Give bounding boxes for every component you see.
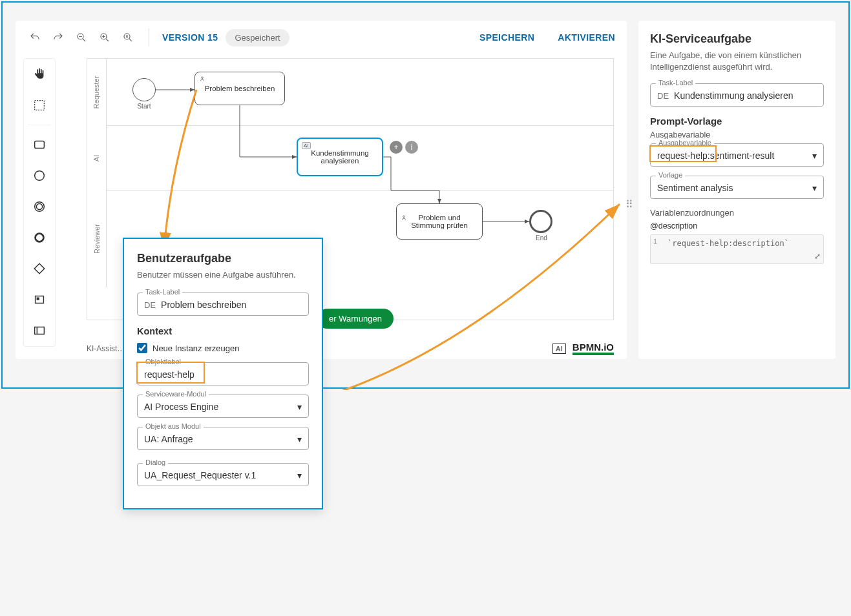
checkbox-label: Neue Instanz erzeugen [152, 344, 239, 353]
svg-rect-4 [35, 141, 45, 149]
zoom-in-icon[interactable] [97, 30, 112, 45]
right-properties-panel: KI-Serviceaufgabe Eine Aufgabe, die von … [638, 21, 835, 359]
data-object-icon[interactable] [28, 288, 51, 311]
add-element-button[interactable]: + [390, 141, 403, 154]
task-describe-problem[interactable]: Problem beschreiben [194, 72, 285, 105]
ai-task-icon: AI [302, 142, 311, 149]
start-event-icon[interactable] [28, 164, 51, 187]
end-event-label: End [525, 234, 558, 241]
task-label: Problem und Stimmung prüfen [411, 214, 468, 229]
panel-drag-handle[interactable]: ⠿ [625, 198, 633, 210]
mapping-code-box[interactable]: 1 `request-help:description` ⤢ [650, 234, 824, 264]
svg-rect-10 [36, 296, 44, 303]
variable-mappings-heading: Variablenzuordnungen [650, 208, 824, 218]
output-variable-value: request-help:sentiment-result [657, 150, 774, 161]
task-label: Problem beschreiben [205, 85, 275, 92]
shape-palette [23, 58, 56, 347]
svg-point-7 [36, 203, 42, 209]
undo-icon[interactable] [27, 30, 43, 45]
task-shape-icon[interactable] [28, 133, 51, 156]
object-label-value: request-help [144, 369, 194, 380]
svg-point-15 [403, 216, 405, 218]
participant-icon[interactable] [28, 319, 51, 342]
ai-badge-logo: AI [552, 344, 566, 354]
redo-icon[interactable] [50, 30, 66, 45]
output-variable-select[interactable]: Ausgabevariable request-help:sentiment-r… [650, 143, 824, 167]
chevron-down-icon: ▾ [812, 150, 817, 161]
user-task-icon [199, 76, 205, 83]
task-analyze-sentiment[interactable]: AI Kundenstimmung analysieren [297, 138, 383, 176]
palette-divider [28, 125, 51, 125]
bpmn-io-logo: BPMN.iO [573, 342, 614, 355]
field-legend: Objektlabel [143, 358, 184, 365]
lane-label-reviewer: Reviewer [93, 224, 101, 254]
ki-assist-link[interactable]: KI-Assist… [87, 344, 125, 353]
field-legend: Task-Label [143, 288, 182, 296]
task-review-problem[interactable]: Problem und Stimmung prüfen [396, 203, 483, 240]
line-number: 1 [653, 238, 657, 245]
intermediate-event-icon[interactable] [28, 195, 51, 218]
end-event-icon[interactable] [28, 226, 51, 249]
task-label-value: Kundenstimmung analysieren [674, 90, 793, 101]
template-value: Sentiment analysis [657, 183, 733, 193]
zoom-out-icon[interactable] [74, 30, 89, 45]
user-task-popup: Benutzeraufgabe Benutzer müssen eine Auf… [123, 238, 323, 390]
start-event[interactable] [132, 78, 156, 101]
context-heading: Kontext [137, 326, 309, 336]
zoom-fit-icon[interactable] [120, 30, 136, 45]
svg-point-8 [36, 234, 44, 242]
warnings-button[interactable]: er Warnungen [317, 309, 394, 329]
lane-label-requester: Requester [93, 76, 101, 109]
output-variable-label: Ausgabevariable [650, 130, 824, 139]
panel-title: KI-Serviceaufgabe [650, 32, 824, 46]
svg-rect-11 [37, 298, 39, 300]
svg-rect-9 [34, 263, 45, 274]
mapping-variable-name: @description [650, 221, 824, 231]
saved-status-pill: Gespeichert [226, 29, 289, 46]
mapping-code: `request-help:description` [651, 235, 823, 252]
svg-rect-12 [35, 327, 45, 334]
version-label: VERSION 15 [162, 32, 218, 43]
template-select[interactable]: Vorlage Sentiment analysis ▾ [650, 176, 824, 199]
start-event-label: Start [128, 103, 160, 110]
task-label: Kundenstimmung analysieren [311, 149, 369, 165]
field-legend: Ausgabevariable [656, 139, 714, 147]
expand-icon[interactable]: ⤢ [814, 252, 821, 261]
field-legend: Vorlage [656, 171, 685, 179]
new-instance-input[interactable] [137, 343, 147, 353]
lane-label-ai: AI [93, 155, 101, 161]
prompt-template-heading: Prompt-Vorlage [650, 116, 824, 127]
svg-rect-3 [35, 101, 45, 110]
info-button[interactable]: i [405, 141, 418, 154]
editor-toolbar: VERSION 15 Gespeichert SPEICHERN AKTIVIE… [16, 21, 627, 54]
task-label-field[interactable]: Task-Label DE Kundenstimmung analysieren [650, 83, 824, 107]
lasso-tool-icon[interactable] [28, 94, 51, 117]
popup-title: Benutzeraufgabe [137, 252, 309, 265]
user-task-icon [401, 207, 407, 222]
hand-tool-icon[interactable] [28, 63, 51, 86]
save-button[interactable]: SPEICHERN [479, 32, 534, 43]
object-label-field[interactable]: Objektlabel request-help [137, 362, 309, 385]
language-indicator: DE [657, 91, 669, 101]
panel-subtitle: Eine Aufgabe, die von einem künstlichen … [650, 50, 824, 73]
end-event[interactable] [529, 210, 552, 233]
popup-task-label-field[interactable]: Task-Label DE Problem beschreiben [137, 293, 309, 316]
svg-point-14 [202, 77, 204, 79]
new-instance-checkbox[interactable]: Neue Instanz erzeugen [137, 343, 309, 353]
language-indicator: DE [144, 300, 156, 310]
popup-subtitle: Benutzer müssen eine Aufgabe ausführen. [137, 269, 309, 281]
chevron-down-icon: ▾ [812, 183, 817, 193]
gateway-icon[interactable] [28, 257, 51, 280]
svg-point-5 [35, 171, 45, 181]
field-legend: Task-Label [656, 79, 695, 87]
toolbar-divider [149, 28, 149, 46]
task-label-value: Problem beschreiben [161, 300, 246, 310]
activate-button[interactable]: AKTIVIEREN [558, 32, 615, 43]
